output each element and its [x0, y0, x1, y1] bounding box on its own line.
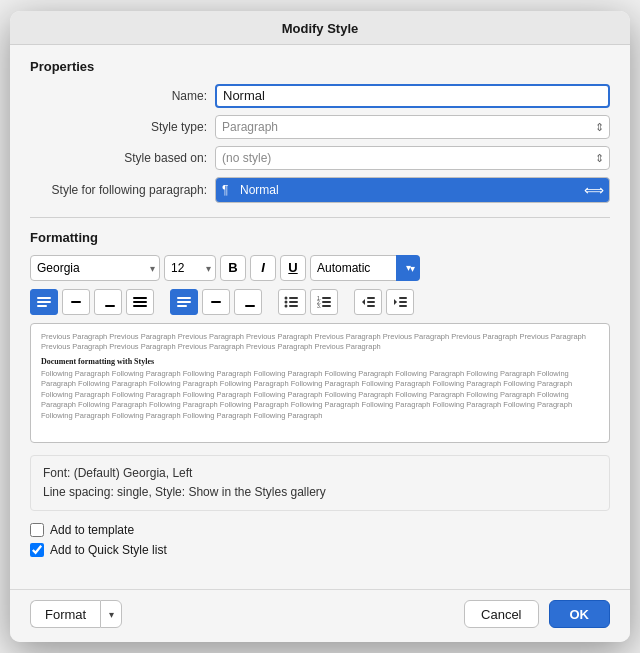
dialog-title-bar: Modify Style	[10, 11, 630, 45]
name-row: Name:	[30, 84, 610, 108]
preview-box: Previous Paragraph Previous Paragraph Pr…	[30, 323, 610, 443]
align-right2-icon	[241, 297, 255, 307]
justify-icon	[133, 297, 147, 307]
cancel-button[interactable]: Cancel	[464, 600, 538, 628]
align-left-icon	[37, 297, 51, 307]
checkboxes-section: Add to template Add to Quick Style list	[30, 523, 610, 557]
svg-rect-18	[399, 301, 407, 303]
svg-rect-1	[289, 297, 298, 299]
add-to-quick-label[interactable]: Add to Quick Style list	[50, 543, 167, 557]
increase-indent-icon	[392, 295, 408, 309]
align-center2-button[interactable]	[202, 289, 230, 315]
dialog-title: Modify Style	[282, 21, 359, 36]
name-input[interactable]	[215, 84, 610, 108]
svg-rect-15	[367, 305, 375, 307]
footer-right-buttons: Cancel OK	[464, 600, 610, 628]
style-following-row: Style for following paragraph: ¶ Normal …	[30, 177, 610, 203]
modify-style-dialog: Modify Style Properties Name: Style type…	[10, 11, 630, 642]
color-select[interactable]: Automatic	[310, 255, 420, 281]
formatting-toolbar-row2: 1. 2. 3.	[30, 289, 610, 315]
decrease-indent-button[interactable]	[354, 289, 382, 315]
align-right-button[interactable]	[94, 289, 122, 315]
style-based-select-wrapper[interactable]: (no style)	[215, 146, 610, 170]
svg-rect-13	[367, 297, 375, 299]
style-type-select[interactable]: Paragraph	[215, 115, 610, 139]
svg-rect-5	[289, 305, 298, 307]
add-to-template-row: Add to template	[30, 523, 610, 537]
justify-button[interactable]	[126, 289, 154, 315]
style-info-box: Font: (Default) Georgia, Left Line spaci…	[30, 455, 610, 511]
decrease-indent-icon	[360, 295, 376, 309]
bold-button[interactable]: B	[220, 255, 246, 281]
italic-button[interactable]: I	[250, 255, 276, 281]
name-label: Name:	[30, 89, 215, 103]
svg-text:3.: 3.	[317, 303, 321, 309]
add-to-quick-row: Add to Quick Style list	[30, 543, 610, 557]
formatting-toolbar-row1: Georgia 12 B I U Automatic	[30, 255, 610, 281]
svg-point-4	[285, 304, 288, 307]
format-button[interactable]: Format	[30, 600, 100, 628]
style-type-row: Style type: Paragraph	[30, 115, 610, 139]
formatting-section-title: Formatting	[30, 230, 610, 245]
svg-rect-19	[399, 305, 407, 307]
svg-marker-16	[394, 299, 397, 305]
style-following-select-wrapper[interactable]: ¶ Normal ⟺	[215, 177, 610, 203]
align-center2-icon	[209, 297, 223, 307]
svg-marker-12	[362, 299, 365, 305]
align-left2-button[interactable]	[170, 289, 198, 315]
style-based-row: Style based on: (no style)	[30, 146, 610, 170]
list-bullets-button[interactable]	[278, 289, 306, 315]
style-based-select[interactable]: (no style)	[215, 146, 610, 170]
size-select-wrapper[interactable]: 12	[164, 255, 216, 281]
dialog-footer: Format ▾ Cancel OK	[10, 589, 630, 642]
font-select-wrapper[interactable]: Georgia	[30, 255, 160, 281]
size-select[interactable]: 12	[164, 255, 216, 281]
style-type-select-wrapper[interactable]: Paragraph	[215, 115, 610, 139]
align-right-icon	[101, 297, 115, 307]
dialog-content: Properties Name: Style type: Paragraph S…	[10, 45, 630, 589]
preview-previous-text: Previous Paragraph Previous Paragraph Pr…	[41, 332, 599, 353]
format-button-group: Format ▾	[30, 600, 122, 628]
style-following-label: Style for following paragraph:	[30, 183, 215, 197]
underline-button[interactable]: U	[280, 255, 306, 281]
align-left-button[interactable]	[30, 289, 58, 315]
font-select[interactable]: Georgia	[30, 255, 160, 281]
svg-rect-11	[322, 305, 331, 307]
svg-rect-3	[289, 301, 298, 303]
svg-rect-9	[322, 301, 331, 303]
formatting-section: Formatting Georgia 12 B I	[30, 230, 610, 443]
format-dropdown-button[interactable]: ▾	[100, 600, 122, 628]
preview-current-text: Document formatting with Styles	[41, 357, 599, 366]
preview-following-text: Following Paragraph Following Paragraph …	[41, 369, 599, 422]
align-right2-button[interactable]	[234, 289, 262, 315]
format-dropdown-arrow: ▾	[109, 609, 114, 620]
svg-rect-17	[399, 297, 407, 299]
ok-button[interactable]: OK	[549, 600, 611, 628]
increase-indent-button[interactable]	[386, 289, 414, 315]
style-following-select[interactable]: Normal	[215, 177, 610, 203]
style-info-line2: Line spacing: single, Style: Show in the…	[43, 483, 597, 502]
add-to-quick-checkbox[interactable]	[30, 543, 44, 557]
add-to-template-checkbox[interactable]	[30, 523, 44, 537]
properties-section: Properties Name: Style type: Paragraph S…	[30, 59, 610, 203]
svg-point-2	[285, 300, 288, 303]
svg-point-0	[285, 296, 288, 299]
color-select-wrapper[interactable]: Automatic	[310, 255, 420, 281]
list-numbered-button[interactable]: 1. 2. 3.	[310, 289, 338, 315]
align-center-button[interactable]	[62, 289, 90, 315]
style-type-label: Style type:	[30, 120, 215, 134]
numbered-icon: 1. 2. 3.	[316, 295, 332, 309]
properties-section-title: Properties	[30, 59, 610, 74]
align-center-icon	[69, 297, 83, 307]
svg-rect-14	[367, 301, 375, 303]
svg-rect-7	[322, 297, 331, 299]
align-left2-icon	[177, 297, 191, 307]
divider	[30, 217, 610, 218]
style-based-label: Style based on:	[30, 151, 215, 165]
style-info-line1: Font: (Default) Georgia, Left	[43, 464, 597, 483]
bullets-icon	[284, 295, 300, 309]
add-to-template-label[interactable]: Add to template	[50, 523, 134, 537]
